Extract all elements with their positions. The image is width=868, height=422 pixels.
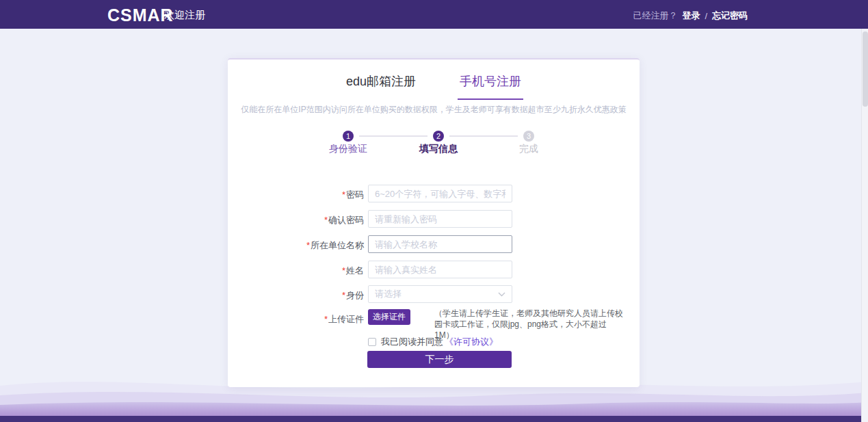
- identity-select-placeholder: 请选择: [375, 288, 402, 300]
- step-connector: [359, 135, 428, 137]
- organization-label: *所在单位名称: [306, 239, 364, 252]
- organization-input[interactable]: [368, 235, 512, 253]
- registration-card: edu邮箱注册 手机号注册 仅能在所在单位IP范围内访问所在单位购买的数据权限，…: [228, 58, 640, 387]
- scrollbar-track[interactable]: [861, 29, 868, 422]
- password-input[interactable]: [368, 185, 512, 202]
- name-input[interactable]: [368, 261, 512, 278]
- agreement-checkbox[interactable]: [368, 338, 376, 346]
- password-row: *密码: [228, 185, 640, 202]
- register-tabs: edu邮箱注册 手机号注册: [228, 73, 640, 100]
- tab-edu-email-register[interactable]: edu邮箱注册: [344, 73, 418, 100]
- choose-certificate-button[interactable]: 选择证件: [368, 309, 410, 325]
- step-1-circle: 1: [343, 131, 354, 142]
- next-step-button[interactable]: 下一步: [367, 351, 512, 368]
- name-label: *姓名: [342, 265, 364, 277]
- header-links: 已经注册？ 登录 / 忘记密码: [633, 10, 748, 22]
- required-mark: *: [342, 290, 345, 300]
- confirm-password-input[interactable]: [368, 210, 512, 228]
- policy-notice: 仅能在所在单位IP范围内访问所在单位购买的数据权限，学生及老师可享有数据超市至少…: [228, 104, 640, 116]
- confirm-password-label: *确认密码: [324, 214, 364, 226]
- step-3-circle: 3: [523, 131, 534, 142]
- required-mark: *: [342, 189, 345, 200]
- license-agreement-link[interactable]: 《许可协议》: [445, 336, 498, 348]
- required-mark: *: [342, 265, 345, 276]
- identity-select[interactable]: 请选择: [368, 285, 512, 303]
- step-2-label: 填写信息: [408, 143, 469, 155]
- footer-bar: [0, 416, 868, 422]
- password-label: *密码: [342, 189, 364, 201]
- step-3-label: 完成: [498, 143, 560, 155]
- header: CSMAR 欢迎注册 已经注册？ 登录 / 忘记密码: [0, 0, 868, 29]
- required-mark: *: [324, 215, 328, 225]
- upload-certificate-label: *上传证件: [324, 313, 364, 326]
- identity-row: *身份 请选择: [228, 285, 640, 303]
- registered-question: 已经注册？: [633, 10, 677, 22]
- login-link[interactable]: 登录: [682, 10, 700, 22]
- required-mark: *: [306, 240, 310, 250]
- scrollbar-thumb[interactable]: [863, 31, 868, 107]
- identity-label: *身份: [342, 289, 364, 302]
- name-row: *姓名: [228, 261, 640, 278]
- forgot-password-link[interactable]: 忘记密码: [712, 10, 748, 22]
- page-title: 欢迎注册: [164, 9, 205, 22]
- registration-page: CSMAR 欢迎注册 已经注册？ 登录 / 忘记密码: [0, 0, 868, 422]
- step-1-label: 身份验证: [317, 143, 379, 155]
- tab-phone-register[interactable]: 手机号注册: [458, 73, 523, 100]
- step-connector: [449, 135, 518, 137]
- confirm-password-row: *确认密码: [228, 210, 640, 228]
- agreement-row: 我已阅读并同意 《许可协议》: [368, 336, 498, 348]
- agreement-text: 我已阅读并同意: [381, 336, 443, 348]
- organization-row: *所在单位名称: [228, 235, 640, 253]
- link-separator: /: [705, 11, 707, 21]
- chevron-down-icon: [498, 292, 505, 297]
- required-mark: *: [324, 314, 328, 324]
- upload-certificate-row: *上传证件 选择证件 （学生请上传学生证，老师及其他研究人员请上传校园卡或工作证…: [228, 309, 640, 332]
- step-2-circle: 2: [433, 131, 444, 142]
